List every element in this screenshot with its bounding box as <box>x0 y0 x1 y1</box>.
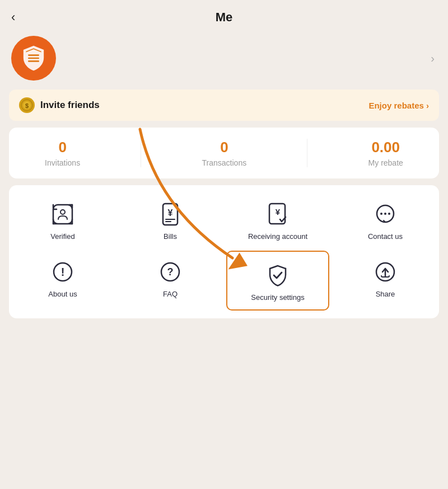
menu-grid-row1: Verified ¥ Bills ¥ <box>9 191 439 248</box>
svg-rect-2 <box>28 60 39 62</box>
menu-label-faq: FAQ <box>163 290 178 298</box>
stats-card: 0 Invitations 0 Transactions 0.00 My reb… <box>9 128 439 178</box>
menu-label-share: Share <box>376 290 395 298</box>
svg-text:!: ! <box>61 266 65 278</box>
receiving-account-icon: ¥ <box>264 201 291 228</box>
invite-text: Invite friends <box>40 100 100 111</box>
coin-icon: $ <box>19 97 35 113</box>
verified-icon <box>49 201 76 228</box>
page-title: Me <box>216 10 233 25</box>
invite-left: $ Invite friends <box>19 97 100 113</box>
menu-item-security-settings[interactable]: Security settings <box>226 251 329 311</box>
menu-label-contact-us: Contact us <box>368 232 403 241</box>
menu-label-about-us: About us <box>48 290 77 298</box>
stat-transactions-label: Transactions <box>202 158 247 167</box>
svg-point-24 <box>380 213 382 215</box>
menu-grid-row2: ! About us ? FAQ Security <box>9 248 439 313</box>
menu-label-bills: Bills <box>164 232 177 241</box>
svg-point-25 <box>384 213 386 215</box>
stat-rebate-label: My rebate <box>368 158 403 167</box>
svg-text:$: $ <box>25 102 29 109</box>
menu-card: Verified ¥ Bills ¥ <box>9 185 439 318</box>
svg-rect-0 <box>28 54 39 56</box>
stat-rebate: 0.00 My rebate <box>368 139 403 167</box>
share-icon <box>372 258 399 285</box>
stat-transactions-value: 0 <box>220 139 228 156</box>
menu-label-receiving-account: Receiving account <box>248 232 307 241</box>
stat-invitations-label: Invitations <box>45 158 80 167</box>
profile-chevron-icon: › <box>431 52 435 65</box>
bills-icon: ¥ <box>157 201 184 228</box>
avatar <box>11 36 56 81</box>
menu-label-security-settings: Security settings <box>251 293 304 302</box>
stat-divider-2 <box>307 139 307 167</box>
back-button[interactable]: ‹ <box>11 10 15 25</box>
menu-item-faq[interactable]: ? FAQ <box>116 248 224 313</box>
header: ‹ Me <box>0 0 448 30</box>
svg-rect-1 <box>28 58 39 59</box>
svg-text:¥: ¥ <box>276 207 281 217</box>
stat-invitations-value: 0 <box>58 139 66 156</box>
svg-text:¥: ¥ <box>168 208 173 218</box>
menu-item-contact-us[interactable]: Contact us <box>332 191 439 248</box>
svg-text:?: ? <box>167 266 174 278</box>
menu-item-bills[interactable]: ¥ Bills <box>116 191 224 248</box>
menu-label-verified: Verified <box>50 232 74 241</box>
menu-item-share[interactable]: Share <box>332 248 439 313</box>
svg-point-26 <box>388 213 390 215</box>
stat-divider-1 <box>141 139 141 167</box>
profile-card[interactable]: › <box>0 30 448 90</box>
svg-point-16 <box>60 210 65 214</box>
about-us-icon: ! <box>49 258 76 285</box>
contact-us-icon <box>372 201 399 228</box>
invite-banner[interactable]: $ Invite friends Enjoy rebates › <box>9 90 439 121</box>
menu-item-verified[interactable]: Verified <box>9 191 116 248</box>
faq-icon: ? <box>157 258 184 285</box>
stat-invitations: 0 Invitations <box>45 139 80 167</box>
security-settings-icon <box>264 262 291 289</box>
menu-item-receiving-account[interactable]: ¥ Receiving account <box>224 191 332 248</box>
stat-rebate-value: 0.00 <box>371 139 400 156</box>
menu-item-about-us[interactable]: ! About us <box>9 248 116 313</box>
stat-transactions: 0 Transactions <box>202 139 247 167</box>
invite-rebate-label[interactable]: Enjoy rebates › <box>368 101 429 110</box>
